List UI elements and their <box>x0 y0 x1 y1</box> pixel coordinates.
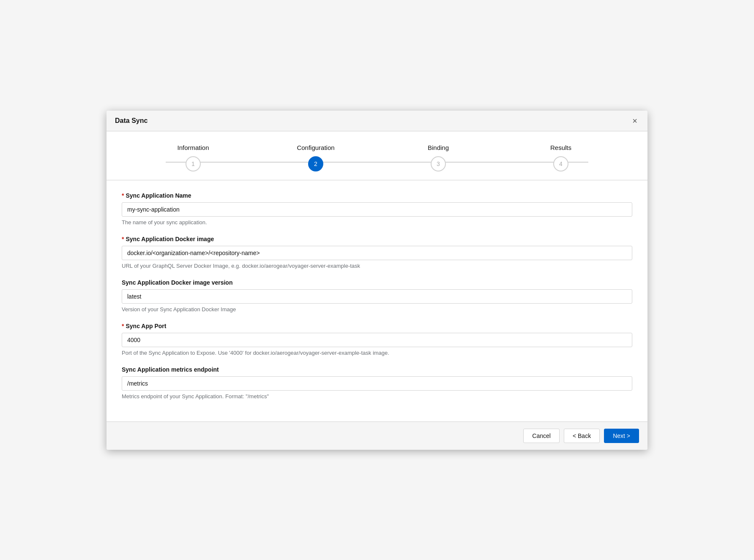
step-3-circle: 3 <box>431 156 446 171</box>
sync-app-port-hint: Port of the Sync Application to Expose. … <box>122 350 632 356</box>
step-2: Configuration 2 <box>254 144 377 171</box>
sync-docker-image-label: *Sync Application Docker image <box>122 236 632 242</box>
sync-app-name-hint: The name of your sync application. <box>122 219 632 226</box>
sync-metrics-endpoint-label: Sync Application metrics endpoint <box>122 366 632 373</box>
modal-title: Data Sync <box>115 117 148 125</box>
required-star-3: * <box>122 323 124 329</box>
sync-app-name-group: *Sync Application Name The name of your … <box>122 192 632 226</box>
sync-docker-version-input[interactable] <box>122 289 632 304</box>
required-star-1: * <box>122 192 124 199</box>
sync-docker-image-group: *Sync Application Docker image URL of yo… <box>122 236 632 269</box>
back-button[interactable]: < Back <box>564 429 600 443</box>
stepper-inner: Information 1 Configuration 2 Binding 3 … <box>132 144 622 171</box>
sync-docker-version-hint: Version of your Sync Application Docker … <box>122 306 632 313</box>
sync-app-port-group: *Sync App Port Port of the Sync Applicat… <box>122 323 632 356</box>
sync-app-name-label: *Sync Application Name <box>122 192 632 199</box>
sync-docker-version-group: Sync Application Docker image version Ve… <box>122 279 632 313</box>
modal-dialog: Data Sync × Information 1 Configuration … <box>107 111 647 450</box>
step-2-circle: 2 <box>308 156 323 171</box>
step-4-label: Results <box>550 144 571 151</box>
step-1-label: Information <box>177 144 209 151</box>
sync-docker-version-label: Sync Application Docker image version <box>122 279 632 286</box>
sync-metrics-endpoint-group: Sync Application metrics endpoint Metric… <box>122 366 632 400</box>
step-1: Information 1 <box>132 144 254 171</box>
step-3-label: Binding <box>428 144 449 151</box>
close-button[interactable]: × <box>631 117 639 125</box>
step-4-circle: 4 <box>553 156 568 171</box>
required-star-2: * <box>122 236 124 242</box>
modal-body: *Sync Application Name The name of your … <box>107 180 647 421</box>
step-2-label: Configuration <box>297 144 334 151</box>
sync-metrics-endpoint-input[interactable] <box>122 376 632 391</box>
sync-app-port-label: *Sync App Port <box>122 323 632 329</box>
modal-footer: Cancel < Back Next > <box>107 421 647 450</box>
step-4: Results 4 <box>500 144 622 171</box>
sync-docker-image-input[interactable] <box>122 246 632 260</box>
step-3: Binding 3 <box>377 144 500 171</box>
sync-docker-image-hint: URL of your GraphQL Server Docker Image,… <box>122 263 632 269</box>
sync-metrics-endpoint-hint: Metrics endpoint of your Sync Applicatio… <box>122 393 632 400</box>
stepper: Information 1 Configuration 2 Binding 3 … <box>107 131 647 180</box>
cancel-button[interactable]: Cancel <box>523 429 560 443</box>
modal-header: Data Sync × <box>107 111 647 131</box>
sync-app-port-input[interactable] <box>122 333 632 347</box>
sync-app-name-input[interactable] <box>122 202 632 217</box>
step-1-circle: 1 <box>186 156 201 171</box>
next-button[interactable]: Next > <box>604 429 639 443</box>
